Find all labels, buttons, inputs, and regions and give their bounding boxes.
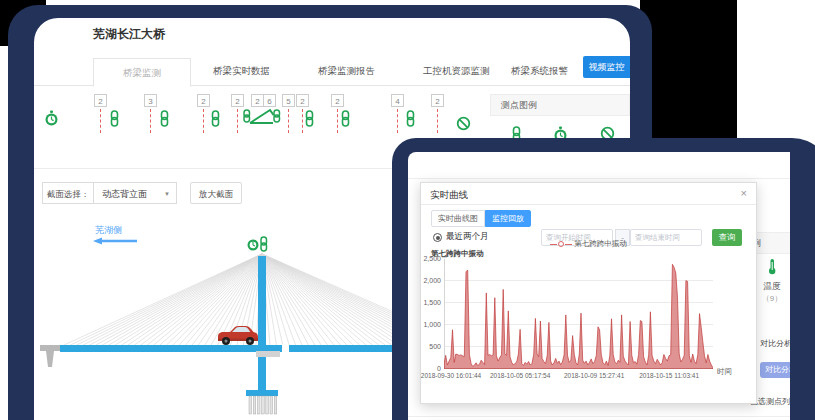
sensor-count-badge: 2 [94,94,107,107]
chevron-down-icon: ▼ [164,183,170,205]
link-icon[interactable] [339,110,352,127]
chart-y-tick: 2,000 [421,277,441,284]
temperature-legend-item[interactable]: 温度 （9） [754,258,790,304]
legend-marker-icon [558,241,564,247]
secondary-bottom-divider [408,416,790,417]
modal-tab-2[interactable]: 监控回放 [485,210,531,227]
sensor-dash-line [237,109,238,133]
sensor-dash-line [100,109,101,133]
thermometer-icon [766,261,778,278]
sensor-dash-line [288,109,289,133]
modal-tab-1[interactable]: 实时曲线图 [431,210,485,227]
sensor-dash-line [437,109,438,133]
realtime-curve-modal: 实时曲线 × 实时曲线图监控回放 最近两个月 - 查询 第七跨跨中振动 第七跨跨… [420,182,757,404]
legend-marker-icon [550,244,557,245]
chart-x-axis-name: 时间 [717,367,732,377]
sensor-dash-line [203,109,204,133]
section-select-label: 截面选择： [42,182,94,204]
sensor-count-badge: 2 [331,94,344,107]
bearing-icon[interactable] [242,106,282,126]
chart-x-tick: 2018-10-15 11:03:41 [639,372,699,379]
sensor-count-badge: 2 [431,94,444,107]
modal-title: 实时曲线 [430,189,468,202]
secondary-window: 测点图例 温度 （9） 对比分析 对比分析 已选测点列表 实时曲线 × 实时曲线… [408,152,790,420]
chart-y-tick: 0 [421,365,441,372]
clock-icon[interactable] [44,110,59,127]
main-tab-2[interactable]: 桥梁实时数据 [213,65,270,78]
sensor-count-badge: 2 [296,94,309,107]
chart-y-tick: 500 [421,343,441,350]
link-icon[interactable] [209,110,222,127]
temperature-label: 温度 [754,281,790,293]
sensor-dash-line [150,109,151,133]
chart-x-tick: 2018-10-05 05:17:54 [490,372,550,379]
link-icon[interactable] [158,110,171,127]
main-tab-1[interactable]: 桥梁监测 [93,58,191,87]
sensor-count-badge: 2 [197,94,210,107]
sensor-count-badge: 6 [263,94,276,107]
background-strip [640,0,737,140]
chart-y-tick: 1,500 [421,299,441,306]
modal-tab-bar: 实时曲线图监控回放 [431,210,531,226]
video-monitor-button[interactable]: 视频监控 [583,56,630,78]
sensor-count-badge: 4 [391,94,404,107]
section-select-value: 动态背立面 [102,189,147,199]
temperature-count: （9） [754,293,790,304]
section-select-dropdown[interactable]: 动态背立面 ▼ [93,182,177,204]
modal-header: 实时曲线 × [421,183,756,205]
sensor-dash-line [337,109,338,133]
legend-text: 第七跨跨中振动 [574,239,627,248]
legend-panel-header: 测点图例 [490,94,630,116]
link-icon[interactable] [404,110,417,127]
legend-marker-icon [565,244,572,245]
chart-x-tick: 2018-09-30 16:01:44 [421,372,481,379]
main-tab-5[interactable]: 桥梁系统报警 [511,65,568,78]
tower-top-sensor-icons [248,237,267,251]
compare-section-label: 对比分析 [760,338,790,349]
sensor-count-badge: 5 [282,94,295,107]
main-tab-4[interactable]: 工控机资源监测 [423,65,490,78]
link-icon[interactable] [108,110,121,127]
page-title: 芜湖长江大桥 [93,26,165,43]
vibration-chart[interactable] [444,259,713,369]
close-icon[interactable]: × [741,187,747,199]
noentry-icon[interactable] [456,116,471,131]
legend-panel-title: 测点图例 [501,100,537,110]
screenshot-stage: 芜湖长江大桥 桥梁监测桥梁实时数据桥梁监测报告工控机资源监测桥梁系统报警 视频监… [0,0,815,420]
chart-y-tick: 1,000 [421,321,441,328]
link-icon[interactable] [303,110,316,127]
sensor-count-badge: 3 [144,94,157,107]
chart-x-tick: 2018-10-09 15:27:41 [564,372,624,379]
sensor-dash-line [397,109,398,133]
chart-y-tick: 2,500 [421,255,441,262]
compare-analysis-button[interactable]: 对比分析 [760,362,790,378]
chart-legend[interactable]: 第七跨跨中振动 [421,239,756,249]
secondary-divider [408,178,790,179]
zoom-section-button[interactable]: 放大截面 [190,182,242,204]
main-tab-3[interactable]: 桥梁监测报告 [318,65,375,78]
